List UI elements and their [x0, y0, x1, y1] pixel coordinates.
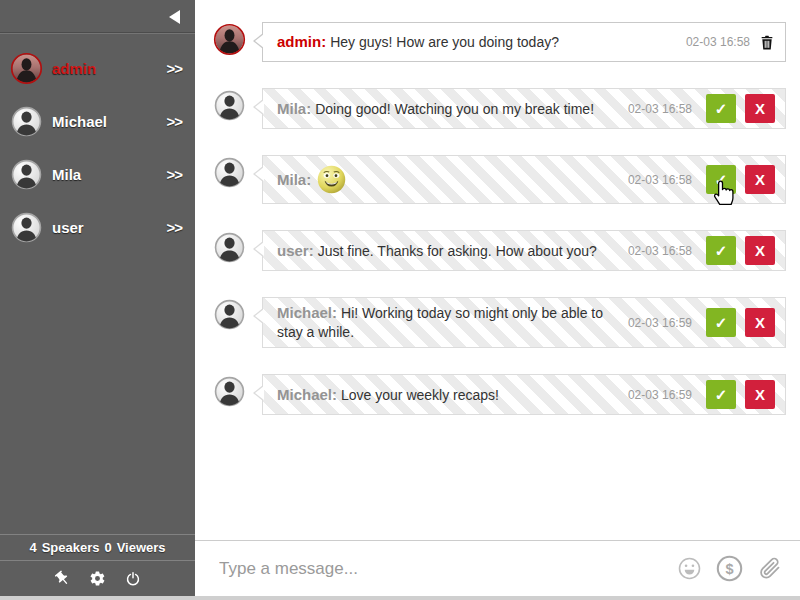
- message-author: admin:: [277, 33, 326, 50]
- pin-button[interactable]: [54, 570, 72, 588]
- message-row-pending: Michael:Love your weekly recaps! 02-03 1…: [213, 374, 786, 415]
- approve-message-button[interactable]: ✓: [706, 380, 736, 409]
- delete-message-button[interactable]: [759, 34, 775, 51]
- attach-file-button[interactable]: [757, 556, 782, 581]
- message-timestamp: 02-03 16:59: [628, 316, 692, 330]
- user-expand-chevron[interactable]: >>: [166, 60, 185, 77]
- sidebar-user-michael[interactable]: Michael >>: [0, 95, 195, 148]
- svg-text:$: $: [725, 561, 733, 577]
- message-bubble-pending: Michael:Love your weekly recaps! 02-03 1…: [262, 374, 786, 415]
- admin-avatar-photo: [213, 23, 246, 56]
- default-user-avatar-icon: [213, 375, 246, 408]
- message-author: Mila:: [277, 100, 311, 117]
- message-timestamp: 02-03 16:58: [628, 102, 692, 116]
- approve-message-button[interactable]: ✓: [706, 308, 736, 337]
- reject-message-button[interactable]: X: [745, 94, 775, 123]
- message-timestamp: 02-03 16:59: [628, 388, 692, 402]
- speakers-label: Speakers: [42, 540, 100, 555]
- message-author: Michael:: [277, 386, 337, 403]
- message-text: Just fine. Thanks for asking. How about …: [318, 243, 597, 259]
- settings-button[interactable]: [89, 570, 107, 588]
- grinning-smiley-emoji: [315, 163, 348, 196]
- default-user-avatar-icon: [10, 105, 43, 138]
- trash-icon: [759, 34, 775, 51]
- sidebar-user-admin[interactable]: admin >>: [0, 42, 195, 95]
- sidebar-topbar: [0, 0, 195, 33]
- message-bubble: admin:Hey guys! How are you doing today?…: [262, 22, 786, 62]
- default-user-avatar-icon: [213, 156, 246, 189]
- user-list-sidebar: admin >> Michael >>: [0, 0, 195, 596]
- user-name: Michael: [52, 113, 166, 130]
- approve-message-button[interactable]: ✓: [706, 236, 736, 265]
- paperclip-icon: [757, 556, 782, 581]
- message-text: Love your weekly recaps!: [341, 387, 499, 403]
- message-row-pending: Mila:Doing good! Watching you on my brea…: [213, 88, 786, 129]
- reject-message-button[interactable]: X: [745, 165, 775, 194]
- message-author: user:: [277, 242, 314, 259]
- smiley-icon: [677, 556, 702, 581]
- viewers-label: Viewers: [117, 540, 166, 555]
- default-user-avatar-icon: [213, 231, 246, 264]
- message-bubble-pending: Mila:: [262, 155, 786, 204]
- user-expand-chevron[interactable]: >>: [166, 219, 185, 236]
- message-row-admin: admin:Hey guys! How are you doing today?…: [213, 22, 786, 62]
- default-user-avatar-icon: [10, 158, 43, 191]
- user-name: Mila: [52, 166, 166, 183]
- message-text: Hey guys! How are you doing today?: [330, 34, 559, 50]
- message-text: Doing good! Watching you on my break tim…: [315, 101, 594, 117]
- power-icon: [125, 571, 141, 587]
- approve-message-button[interactable]: ✓: [706, 94, 736, 123]
- admin-avatar-photo: [10, 52, 43, 85]
- sidebar-user-user[interactable]: user >>: [0, 201, 195, 254]
- reject-message-button[interactable]: X: [745, 308, 775, 337]
- message-composer: $: [195, 540, 800, 596]
- pin-icon: [54, 570, 71, 587]
- user-expand-chevron[interactable]: >>: [166, 113, 185, 130]
- message-row-pending: Michael:Hi! Working today so might only …: [213, 297, 786, 348]
- power-button[interactable]: [124, 570, 142, 588]
- room-stats-bar: 4 Speakers 0 Viewers: [0, 534, 195, 561]
- default-user-avatar-icon: [213, 298, 246, 331]
- collapse-arrow-left-icon: [169, 10, 180, 24]
- message-author: Michael:: [277, 304, 337, 321]
- user-name: user: [52, 219, 166, 236]
- window-bottom-edge: [0, 596, 800, 600]
- chat-main-panel: admin:Hey guys! How are you doing today?…: [195, 0, 800, 596]
- message-input[interactable]: [195, 559, 677, 579]
- user-list: admin >> Michael >>: [0, 33, 195, 254]
- default-user-avatar-icon: [213, 89, 246, 122]
- speakers-count: 4: [29, 540, 36, 555]
- emoji-picker-button[interactable]: [677, 556, 702, 581]
- message-bubble-pending: Michael:Hi! Working today so might only …: [262, 297, 786, 348]
- dollar-icon: $: [715, 554, 744, 583]
- message-row-pending-emoji: Mila:: [213, 155, 786, 204]
- composer-icon-bar: $: [677, 554, 782, 583]
- viewers-count: 0: [104, 540, 111, 555]
- sidebar-collapse-button[interactable]: [169, 10, 183, 24]
- user-expand-chevron[interactable]: >>: [166, 166, 185, 183]
- message-bubble-pending: Mila:Doing good! Watching you on my brea…: [262, 88, 786, 129]
- message-list: admin:Hey guys! How are you doing today?…: [195, 0, 800, 540]
- chat-application-window: admin >> Michael >>: [0, 0, 800, 600]
- donation-button[interactable]: $: [715, 554, 744, 583]
- gear-icon: [89, 570, 106, 587]
- sidebar-action-bar: [0, 561, 195, 596]
- message-row-pending: user:Just fine. Thanks for asking. How a…: [213, 230, 786, 271]
- message-timestamp: 02-03 16:58: [628, 244, 692, 258]
- message-timestamp: 02-03 16:58: [628, 173, 692, 187]
- message-author: Mila:: [277, 170, 311, 189]
- sidebar-spacer: [0, 254, 195, 534]
- approve-message-button[interactable]: ✓: [706, 165, 736, 194]
- user-name: admin: [52, 60, 166, 77]
- reject-message-button[interactable]: X: [745, 236, 775, 265]
- sidebar-user-mila[interactable]: Mila >>: [0, 148, 195, 201]
- reject-message-button[interactable]: X: [745, 380, 775, 409]
- message-timestamp: 02-03 16:58: [686, 35, 750, 49]
- message-bubble-pending: user:Just fine. Thanks for asking. How a…: [262, 230, 786, 271]
- default-user-avatar-icon: [10, 211, 43, 244]
